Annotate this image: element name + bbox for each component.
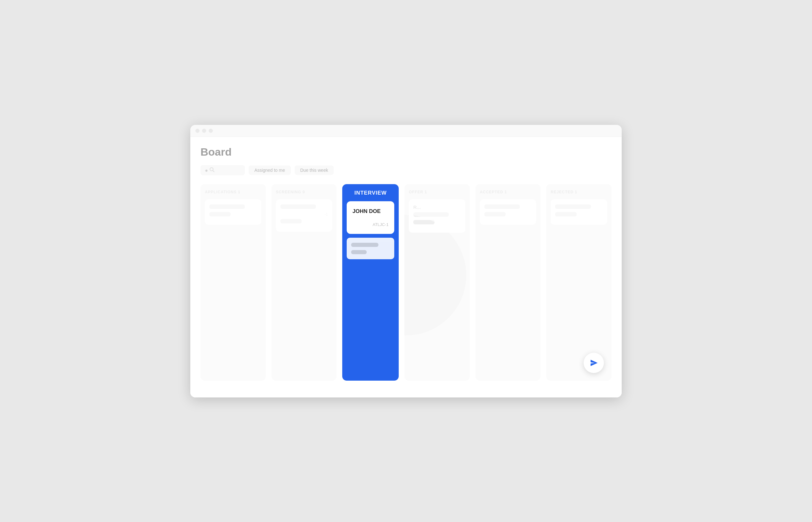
- column-screening: SCREENING 0 -1: [271, 184, 337, 381]
- kanban-board: APPLICATIONS 1 SCREENING 0 -1: [200, 184, 612, 381]
- column-accepted: ACCEPTED 1: [476, 184, 541, 381]
- active-card-name: JOHN DOE: [352, 208, 389, 215]
- search-icon: ●: [205, 167, 214, 173]
- card-interview-2[interactable]: [347, 238, 394, 259]
- card-offer-1[interactable]: R...: [409, 199, 465, 233]
- column-interview: INTERVIEW JOHN DOE ATLJC-1: [342, 184, 399, 381]
- card-applications-1[interactable]: [205, 199, 262, 225]
- card-bar-short: [413, 220, 434, 224]
- col-header-applications: APPLICATIONS 1: [205, 190, 262, 194]
- page-title: Board: [200, 146, 612, 158]
- assigned-to-me-filter[interactable]: Assigned to me: [249, 165, 291, 175]
- card-screening-1[interactable]: -1: [276, 199, 332, 232]
- col-header-accepted: ACCEPTED 1: [480, 190, 536, 194]
- col-header-offer: OFFER 1: [409, 190, 465, 194]
- card-bar: [281, 204, 316, 209]
- card-bar: [555, 204, 591, 209]
- card-bar-short: [281, 219, 302, 223]
- col-header-screening: SCREENING 0: [276, 190, 332, 194]
- send-icon: [588, 357, 599, 368]
- toolbar: ● Assigned to me Due this week: [200, 165, 612, 175]
- card-bar: [484, 204, 520, 209]
- card-bar: [413, 212, 449, 217]
- active-card-id: ATLJC-1: [352, 222, 389, 227]
- card-id: -1: [281, 212, 328, 217]
- col-header-interview: INTERVIEW: [347, 190, 394, 196]
- column-rejected: REJECTED 1: [546, 184, 612, 381]
- main-content: Board ● Assigned to me Due this week: [190, 137, 622, 398]
- due-this-week-filter[interactable]: Due this week: [295, 165, 334, 175]
- card-accepted-1[interactable]: [480, 199, 536, 225]
- fab-button[interactable]: [584, 353, 604, 373]
- card-bar-short: [351, 250, 367, 254]
- board-wrapper: APPLICATIONS 1 SCREENING 0 -1: [200, 184, 612, 381]
- maximize-dot: [209, 129, 213, 133]
- active-card[interactable]: JOHN DOE ATLJC-1: [347, 201, 394, 234]
- col-header-rejected: REJECTED 1: [550, 190, 607, 194]
- card-name-offer: R...: [413, 204, 461, 210]
- traffic-lights: [195, 129, 213, 133]
- search-box[interactable]: ●: [200, 165, 245, 175]
- titlebar: [190, 125, 622, 137]
- column-applications: APPLICATIONS 1: [200, 184, 266, 381]
- card-rejected-1[interactable]: [550, 199, 607, 225]
- card-bar: [351, 243, 378, 247]
- app-window: Board ● Assigned to me Due this week: [190, 125, 622, 398]
- card-bar-short: [484, 212, 506, 217]
- card-bar-short: [209, 212, 231, 217]
- card-bar-short: [555, 212, 576, 217]
- minimize-dot: [202, 129, 206, 133]
- card-bar: [209, 204, 245, 209]
- svg-line-1: [213, 170, 214, 172]
- column-interview-wrap: INTERVIEW JOHN DOE ATLJC-1: [342, 184, 399, 381]
- close-dot: [195, 129, 199, 133]
- column-offer: OFFER 1 R...: [404, 184, 470, 381]
